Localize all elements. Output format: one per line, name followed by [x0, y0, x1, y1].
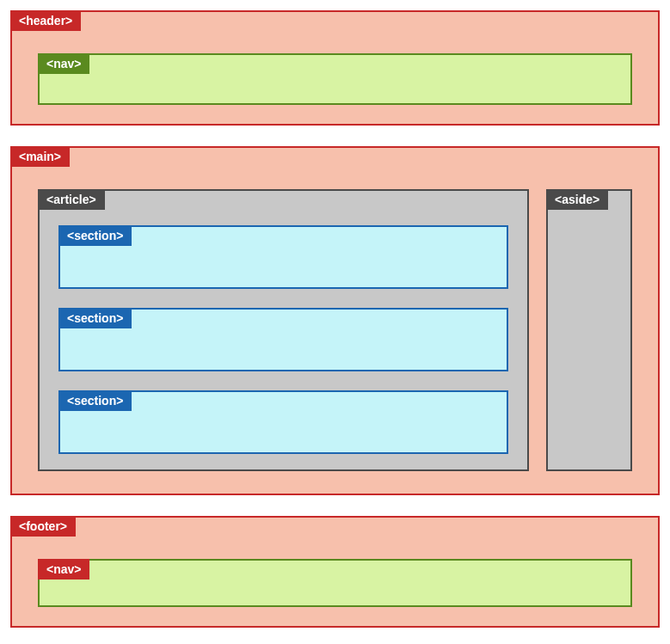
main-element-box: <main> <article> <section> <section> <se…: [10, 146, 660, 495]
footer-nav-element-box: <nav>: [38, 559, 632, 607]
header-tag-label: <header>: [10, 10, 81, 31]
nav-tag-label: <nav>: [38, 559, 89, 580]
header-element-box: <header> <nav>: [10, 10, 660, 126]
section-element-box: <section>: [58, 308, 508, 371]
footer-tag-label: <footer>: [10, 516, 76, 537]
section-element-box: <section>: [58, 225, 508, 289]
article-element-box: <article> <section> <section> <section>: [38, 189, 529, 471]
aside-tag-label: <aside>: [546, 189, 608, 210]
section-tag-label: <section>: [58, 308, 132, 328]
article-tag-label: <article>: [38, 189, 105, 210]
section-tag-label: <section>: [58, 390, 132, 411]
main-content-row: <article> <section> <section> <section> …: [38, 189, 632, 471]
nav-tag-label: <nav>: [38, 53, 89, 74]
main-tag-label: <main>: [10, 146, 70, 167]
section-element-box: <section>: [58, 390, 508, 454]
section-tag-label: <section>: [58, 225, 132, 246]
aside-element-box: <aside>: [546, 189, 632, 471]
footer-element-box: <footer> <nav>: [10, 516, 660, 628]
header-nav-element-box: <nav>: [38, 53, 632, 105]
